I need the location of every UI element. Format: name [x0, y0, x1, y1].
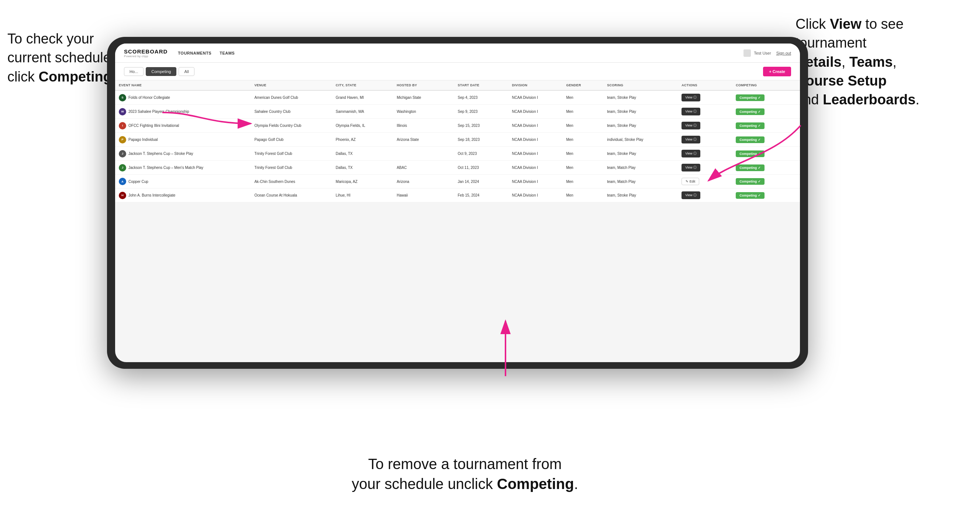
- competing-button[interactable]: Competing ✓: [736, 192, 765, 199]
- cell-city_state: Maricopa, AZ: [332, 175, 393, 189]
- cell-competing: Competing ✓: [732, 105, 800, 119]
- cell-venue: Trinity Forest Golf Club: [251, 161, 332, 175]
- competing-button[interactable]: Competing ✓: [736, 165, 765, 171]
- cell-hosted_by: Arizona: [393, 175, 454, 189]
- nav-teams[interactable]: TEAMS: [220, 51, 235, 55]
- cell-venue: Ocean Course At Hokuala: [251, 189, 332, 202]
- competing-button[interactable]: Competing ✓: [736, 178, 765, 185]
- competing-button[interactable]: Competing ✓: [736, 94, 765, 101]
- cell-start_date: Sep 18, 2023: [454, 133, 508, 147]
- col-header-competing: COMPETING: [732, 80, 800, 90]
- view-button[interactable]: View ⓘ: [681, 136, 700, 143]
- view-button[interactable]: View ⓘ: [681, 108, 700, 116]
- col-header-gender: GENDER: [562, 80, 603, 90]
- table-row: S Folds of Honor Collegiate American Dun…: [115, 90, 800, 105]
- create-button[interactable]: + Create: [763, 67, 791, 76]
- event-name: Copper Cup: [129, 179, 148, 184]
- cell-city_state: Sammamish, WA: [332, 105, 393, 119]
- cell-actions: View ⓘ: [678, 189, 732, 202]
- col-header-division: DIVISION: [508, 80, 562, 90]
- header-user: Test User: [754, 51, 771, 55]
- cell-scoring: individual, Stroke Play: [603, 133, 678, 147]
- cell-hosted_by: Michigan State: [393, 90, 454, 105]
- event-name: John A. Burns Intercollegiate: [129, 193, 175, 197]
- cell-venue: Ak-Chin Southern Dunes: [251, 175, 332, 189]
- cell-scoring: team, Stroke Play: [603, 189, 678, 202]
- cell-city_state: Dallas, TX: [332, 161, 393, 175]
- cell-city_state: Olympia Fields, IL: [332, 119, 393, 133]
- sign-out-link[interactable]: Sign out: [776, 51, 791, 55]
- cell-competing: Competing ✓: [732, 119, 800, 133]
- competing-button[interactable]: Competing ✓: [736, 137, 765, 143]
- tablet-screen: SCOREBOARD Powered by clipp TOURNAMENTS …: [115, 43, 800, 362]
- scoreboard-logo: SCOREBOARD Powered by clipp: [124, 48, 167, 58]
- col-header-scoring: SCORING: [603, 80, 678, 90]
- table-row: P Papago Individual Papago Golf ClubPhoe…: [115, 133, 800, 147]
- scoreboard-subtitle: Powered by clipp: [124, 55, 167, 58]
- view-button[interactable]: View ⓘ: [681, 191, 700, 199]
- cell-gender: Men: [562, 189, 603, 202]
- view-button[interactable]: View ⓘ: [681, 164, 700, 171]
- team-logo: H: [119, 192, 126, 199]
- cell-competing: Competing ✓: [732, 161, 800, 175]
- table-row: J Jackson T. Stephens Cup – Men's Match …: [115, 161, 800, 175]
- cell-gender: Men: [562, 147, 603, 161]
- tab-all[interactable]: All: [178, 67, 194, 76]
- competing-button[interactable]: Competing ✓: [736, 122, 765, 129]
- app-header: SCOREBOARD Powered by clipp TOURNAMENTS …: [115, 43, 800, 63]
- event-name: Jackson T. Stephens Cup – Stroke Play: [129, 152, 193, 156]
- cell-venue: Olympia Fields Country Club: [251, 119, 332, 133]
- view-button[interactable]: View ⓘ: [681, 122, 700, 129]
- cell-start_date: Feb 15, 2024: [454, 189, 508, 202]
- event-name-cell: P Papago Individual: [119, 136, 247, 143]
- cell-start_date: Sep 15, 2023: [454, 119, 508, 133]
- cell-scoring: team, Match Play: [603, 161, 678, 175]
- cell-hosted_by: Hawaii: [393, 189, 454, 202]
- tab-competing[interactable]: Competing: [146, 67, 177, 76]
- event-name-cell: I OFCC Fighting Illini Invitational: [119, 122, 247, 129]
- cell-competing: Competing ✓: [732, 133, 800, 147]
- scoreboard-title: SCOREBOARD: [124, 48, 167, 55]
- competing-button[interactable]: Competing ✓: [736, 108, 765, 115]
- cell-actions: View ⓘ: [678, 161, 732, 175]
- cell-division: NCAA Division I: [508, 105, 562, 119]
- cell-gender: Men: [562, 90, 603, 105]
- annotation-top-right: Click View to see tournament Details, Te…: [795, 15, 973, 109]
- cell-venue: Trinity Forest Golf Club: [251, 147, 332, 161]
- cell-scoring: team, Stroke Play: [603, 147, 678, 161]
- cell-gender: Men: [562, 119, 603, 133]
- col-header-venue: VENUE: [251, 80, 332, 90]
- cell-hosted_by: Illinois: [393, 119, 454, 133]
- team-logo: W: [119, 108, 126, 116]
- annotation-bottom: To remove a tournament from your schedul…: [317, 454, 612, 494]
- view-button[interactable]: View ⓘ: [681, 150, 700, 157]
- event-name: Folds of Honor Collegiate: [129, 95, 170, 100]
- cell-gender: Men: [562, 161, 603, 175]
- tournaments-table-container: EVENT NAME VENUE CITY, STATE HOSTED BY S…: [115, 80, 800, 202]
- col-header-city: CITY, STATE: [332, 80, 393, 90]
- edit-button[interactable]: ✎ Edit: [681, 178, 699, 185]
- col-header-hosted: HOSTED BY: [393, 80, 454, 90]
- competing-button[interactable]: Competing ✓: [736, 151, 765, 157]
- nav-tournaments[interactable]: TOURNAMENTS: [178, 51, 212, 55]
- view-button[interactable]: View ⓘ: [681, 94, 700, 102]
- tournaments-table: EVENT NAME VENUE CITY, STATE HOSTED BY S…: [115, 80, 800, 202]
- tab-home[interactable]: Ho...: [124, 67, 143, 76]
- col-header-actions: ACTIONS: [678, 80, 732, 90]
- cell-start_date: Sep 9, 2023: [454, 105, 508, 119]
- team-logo: P: [119, 136, 126, 143]
- cell-start_date: Oct 11, 2023: [454, 161, 508, 175]
- cell-gender: Men: [562, 133, 603, 147]
- cell-actions: View ⓘ: [678, 133, 732, 147]
- table-row: J Jackson T. Stephens Cup – Stroke Play …: [115, 147, 800, 161]
- table-row: W 2023 Sahalee Players Championship Saha…: [115, 105, 800, 119]
- table-body: S Folds of Honor Collegiate American Dun…: [115, 90, 800, 202]
- cell-actions: View ⓘ: [678, 105, 732, 119]
- cell-scoring: team, Stroke Play: [603, 90, 678, 105]
- event-name-cell: J Jackson T. Stephens Cup – Stroke Play: [119, 150, 247, 157]
- cell-competing: Competing ✓: [732, 175, 800, 189]
- team-logo: A: [119, 178, 126, 185]
- cell-division: NCAA Division I: [508, 133, 562, 147]
- cell-start_date: Oct 9, 2023: [454, 147, 508, 161]
- cell-hosted_by: [393, 147, 454, 161]
